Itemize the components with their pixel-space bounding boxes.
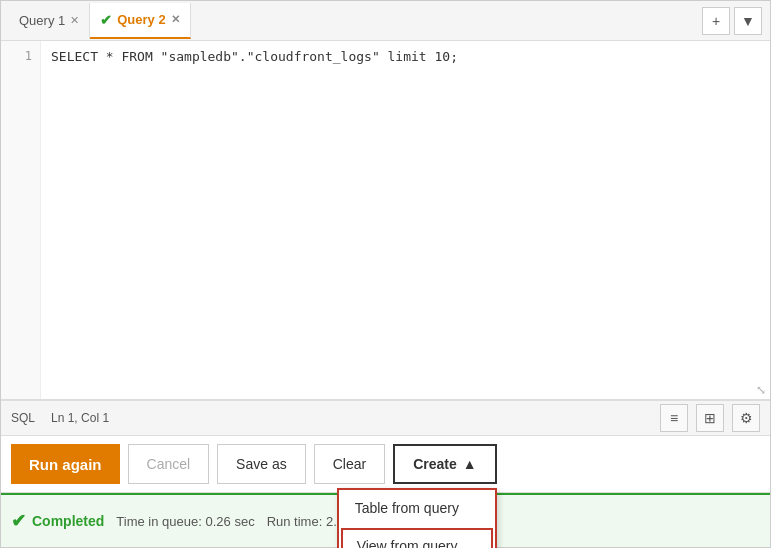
dropdown-item-view-from-query[interactable]: View from query [341,528,493,548]
create-dropdown-menu: Table from query View from query [337,488,497,548]
result-check-icon: ✔ [11,510,26,532]
action-bar: Run again Cancel Save as Clear Create ▲ … [1,436,770,493]
tab-query2-check-icon: ✔ [100,12,112,28]
settings-button[interactable]: ⚙ [732,404,760,432]
result-status: ✔ Completed [11,510,104,532]
editor-status-bar: SQL Ln 1, Col 1 ≡ ⊞ ⚙ [1,400,770,436]
tab-actions: + ▼ [702,7,762,35]
create-button[interactable]: Create ▲ [393,444,496,484]
clear-button[interactable]: Clear [314,444,385,484]
create-button-label: Create [413,456,457,472]
result-status-label: Completed [32,513,104,529]
tab-query2-label: Query 2 [117,12,165,27]
create-dropdown-container: Create ▲ Table from query View from quer… [393,444,496,484]
format-button[interactable]: ≡ [660,404,688,432]
line-numbers: 1 [1,41,41,399]
code-editor[interactable]: SELECT * FROM "sampledb"."cloudfront_log… [41,41,770,399]
create-arrow-icon: ▲ [463,456,477,472]
editor-area[interactable]: 1 SELECT * FROM "sampledb"."cloudfront_l… [1,41,770,400]
tab-query1[interactable]: Query 1 ✕ [9,3,90,39]
tab-query1-close[interactable]: ✕ [70,14,79,27]
tab-query2[interactable]: ✔ Query 2 ✕ [90,3,190,39]
dropdown-item-table-from-query[interactable]: Table from query [339,490,495,526]
cancel-button[interactable]: Cancel [128,444,210,484]
add-tab-button[interactable]: + [702,7,730,35]
editor-position-label: Ln 1, Col 1 [51,411,109,425]
result-queue-time-value: 0.26 sec [205,514,254,529]
result-queue-time-label: Time in queue: [116,514,202,529]
line-number-1: 1 [25,49,32,63]
tab-query1-label: Query 1 [19,13,65,28]
save-as-button[interactable]: Save as [217,444,306,484]
result-queue-time: Time in queue: 0.26 sec [116,514,254,529]
editor-toolbar: ≡ ⊞ ⚙ [660,404,760,432]
tab-menu-button[interactable]: ▼ [734,7,762,35]
editor-type-label: SQL [11,411,35,425]
table-button[interactable]: ⊞ [696,404,724,432]
run-again-button[interactable]: Run again [11,444,120,484]
tab-bar: Query 1 ✕ ✔ Query 2 ✕ + ▼ [1,1,770,41]
result-run-time-label: Run time: [267,514,323,529]
resize-handle[interactable]: ⤡ [756,383,766,397]
tab-query2-close[interactable]: ✕ [171,13,180,26]
